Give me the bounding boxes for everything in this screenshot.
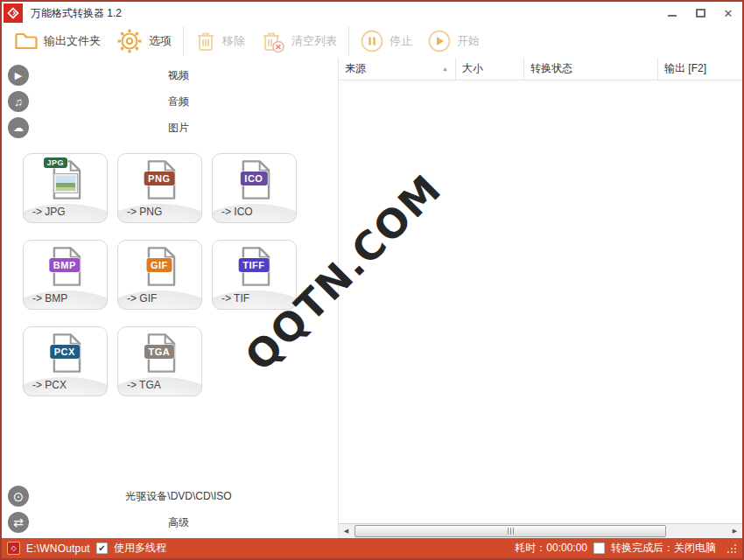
tile-label: -> PCX bbox=[32, 379, 67, 391]
close-icon: ✕ bbox=[724, 8, 733, 19]
video-icon: ▶ bbox=[8, 65, 29, 86]
column-label: 来源 bbox=[345, 61, 366, 76]
category-label: 音频 bbox=[2, 94, 338, 109]
options-label: 选项 bbox=[149, 33, 172, 49]
column-header[interactable]: 来源 ▲ bbox=[339, 58, 456, 80]
sort-ascending-icon: ▲ bbox=[442, 66, 448, 72]
tile-label: -> JPG bbox=[32, 206, 66, 218]
category-label: 光驱设备\DVD\CD\ISO bbox=[2, 489, 338, 504]
start-button[interactable]: 开始 bbox=[428, 30, 480, 52]
disc-icon: ⊙ bbox=[8, 486, 29, 507]
app-logo-icon bbox=[4, 4, 23, 23]
tile-label: -> TIF bbox=[221, 292, 249, 304]
format-badge: ICO bbox=[240, 172, 267, 186]
photo-thumbnail bbox=[53, 173, 78, 193]
status-bar: ◇ E:\WNOutput ✔ 使用多线程 耗时：00:00:00 转换完成后：… bbox=[2, 538, 742, 558]
output-folder-button[interactable]: 输出文件夹 bbox=[14, 31, 101, 52]
table-body bbox=[339, 80, 742, 523]
stop-label: 停止 bbox=[390, 33, 412, 49]
column-header[interactable]: 转换状态 bbox=[524, 58, 658, 80]
format-badge: PNG bbox=[144, 172, 174, 186]
multithread-checkbox[interactable]: ✔ bbox=[96, 542, 108, 554]
tile-label: -> ICO bbox=[221, 206, 253, 218]
tile-label: -> PNG bbox=[127, 206, 162, 218]
format-badge: PCX bbox=[50, 345, 80, 359]
toolbar-separator bbox=[348, 26, 349, 56]
window-title: 万能格式转换器 1.2 bbox=[31, 6, 122, 21]
options-button[interactable]: 选项 bbox=[116, 28, 172, 54]
format-tile-tiff[interactable]: TIFF -> TIF bbox=[212, 240, 297, 310]
format-tile-tga[interactable]: TGA -> TGA bbox=[117, 326, 202, 396]
category-item-audio[interactable]: ♫ 音频 bbox=[2, 88, 338, 115]
remove-button[interactable]: 移除 bbox=[195, 30, 245, 52]
gear-icon bbox=[116, 28, 143, 54]
tile-label: -> TGA bbox=[127, 379, 161, 391]
minimize-button[interactable] bbox=[658, 2, 686, 24]
format-badge: BMP bbox=[49, 258, 81, 272]
format-badge: TIFF bbox=[238, 258, 269, 272]
remove-label: 移除 bbox=[222, 33, 245, 49]
format-tile-pcx[interactable]: PCX -> PCX bbox=[23, 326, 108, 396]
toolbar-separator bbox=[183, 26, 184, 56]
format-tile-jpg[interactable]: JPG -> JPG bbox=[23, 153, 108, 223]
stop-button[interactable]: 停止 bbox=[361, 30, 412, 52]
start-label: 开始 bbox=[457, 33, 480, 49]
column-label: 输出 [F2] bbox=[664, 61, 706, 76]
horizontal-scrollbar[interactable]: ◀ ▶ bbox=[339, 523, 742, 538]
category-label: 视频 bbox=[2, 68, 338, 83]
format-badge: TGA bbox=[144, 345, 174, 359]
title-bar: 万能格式转换器 1.2 ✕ bbox=[2, 2, 742, 24]
shutdown-checkbox[interactable] bbox=[593, 542, 605, 554]
category-item-disc[interactable]: ⊙ 光驱设备\DVD\CD\ISO bbox=[2, 483, 338, 509]
format-badge: GIF bbox=[146, 258, 172, 272]
column-header[interactable]: 输出 [F2] bbox=[658, 58, 742, 80]
column-label: 大小 bbox=[462, 61, 483, 76]
play-circle-icon bbox=[428, 30, 451, 52]
output-folder-label: 输出文件夹 bbox=[44, 33, 101, 49]
scroll-left-arrow[interactable]: ◀ bbox=[339, 524, 354, 538]
trash-x-icon bbox=[261, 30, 285, 53]
pause-circle-icon bbox=[361, 30, 383, 52]
window-controls: ✕ bbox=[658, 2, 742, 24]
table-header: 来源 ▲ 大小 转换状态 输出 [F2] bbox=[339, 58, 742, 80]
clear-list-button[interactable]: 清空列表 bbox=[261, 30, 337, 53]
format-tiles: JPG -> JPG PNG -> PNG ICO -> ICO bbox=[23, 153, 312, 396]
trash-icon bbox=[195, 30, 216, 52]
format-tile-bmp[interactable]: BMP -> BMP bbox=[23, 240, 108, 310]
folder-icon bbox=[14, 31, 38, 52]
column-header[interactable]: 大小 bbox=[456, 58, 524, 80]
file-list-panel: 来源 ▲ 大小 转换状态 输出 [F2] ◀ ▶ bbox=[339, 58, 742, 538]
main-content: ▶ 视频 ♫ 音频 ☁ 图片 JPG -> JPG PNG bbox=[2, 58, 742, 538]
close-button[interactable]: ✕ bbox=[714, 2, 742, 24]
maximize-button[interactable] bbox=[686, 2, 714, 24]
category-item-video[interactable]: ▶ 视频 bbox=[2, 62, 338, 88]
category-list: ▶ 视频 ♫ 音频 ☁ 图片 bbox=[2, 62, 338, 141]
format-tile-ico[interactable]: ICO -> ICO bbox=[212, 153, 297, 223]
shutdown-label: 转换完成后：关闭电脑 bbox=[611, 541, 716, 556]
bottom-category-list: ⊙ 光驱设备\DVD\CD\ISO ⇄ 高级 bbox=[2, 483, 338, 536]
scrollbar-thumb[interactable] bbox=[354, 525, 666, 537]
output-folder-chip-icon[interactable]: ◇ bbox=[7, 542, 20, 555]
column-label: 转换状态 bbox=[530, 61, 572, 76]
category-label: 高级 bbox=[2, 515, 338, 530]
resize-grip[interactable] bbox=[726, 542, 737, 554]
audio-icon: ♫ bbox=[8, 91, 29, 112]
category-label: 图片 bbox=[2, 121, 338, 136]
app-window: 万能格式转换器 1.2 ✕ 输出文件夹 bbox=[0, 0, 744, 560]
scroll-right-arrow[interactable]: ▶ bbox=[727, 524, 742, 538]
swap-icon: ⇄ bbox=[8, 512, 29, 533]
format-tile-gif[interactable]: GIF -> GIF bbox=[117, 240, 202, 310]
multithread-label: 使用多线程 bbox=[114, 541, 166, 556]
format-badge: JPG bbox=[44, 158, 68, 168]
maximize-icon bbox=[696, 9, 705, 18]
format-sidebar: ▶ 视频 ♫ 音频 ☁ 图片 JPG -> JPG PNG bbox=[2, 58, 339, 538]
minimize-icon bbox=[668, 15, 677, 17]
category-item-swap[interactable]: ⇄ 高级 bbox=[2, 509, 338, 536]
tile-label: -> BMP bbox=[32, 292, 67, 304]
format-tile-png[interactable]: PNG -> PNG bbox=[117, 153, 202, 223]
scrollbar-grip-icon bbox=[508, 528, 514, 535]
category-item-image[interactable]: ☁ 图片 bbox=[2, 115, 338, 141]
image-icon: ☁ bbox=[8, 117, 29, 138]
toolbar: 输出文件夹 选项 bbox=[2, 24, 742, 58]
output-path[interactable]: E:\WNOutput bbox=[26, 542, 90, 555]
